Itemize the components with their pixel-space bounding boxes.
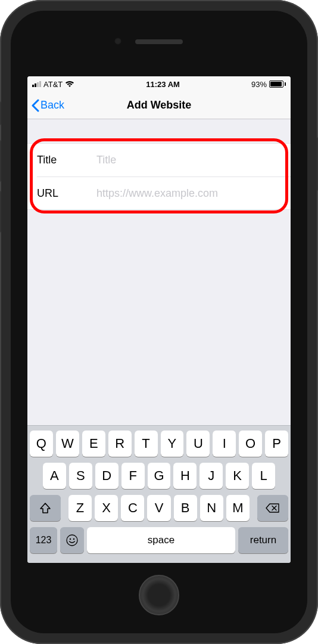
numbers-key[interactable]: 123 [30,527,57,553]
svg-point-4 [73,538,74,540]
key-n[interactable]: N [200,495,223,521]
key-y[interactable]: Y [161,431,184,457]
screen: AT&T 11:23 AM 93% [27,76,291,563]
url-label: URL [37,187,96,200]
back-button[interactable]: Back [27,99,68,112]
phone-frame: AT&T 11:23 AM 93% [0,0,318,644]
shift-key[interactable] [30,495,61,521]
clock: 11:23 AM [146,80,180,89]
volume-down-button [0,191,1,233]
cell-signal-icon [32,81,41,87]
key-v[interactable]: V [147,495,170,521]
backspace-key[interactable] [257,495,288,521]
key-j[interactable]: J [199,463,223,489]
url-input[interactable] [96,187,281,200]
key-b[interactable]: B [174,495,197,521]
key-h[interactable]: H [173,463,197,489]
key-x[interactable]: X [95,495,118,521]
key-l[interactable]: L [252,463,275,489]
carrier-label: AT&T [43,80,63,89]
space-key[interactable]: space [87,527,235,553]
keyboard: QWERTYUIOP ASDFGHJKL ZXCVBNM 123 [27,425,291,563]
back-label: Back [40,99,64,112]
key-o[interactable]: O [239,431,262,457]
nav-bar: Back Add Website [27,92,291,119]
key-k[interactable]: K [226,463,249,489]
key-a[interactable]: A [43,463,66,489]
wifi-icon [65,80,74,88]
status-bar: AT&T 11:23 AM 93% [27,76,291,92]
key-s[interactable]: S [69,463,92,489]
key-w[interactable]: W [56,431,79,457]
title-input[interactable] [96,154,281,166]
return-key[interactable]: return [238,527,288,553]
key-d[interactable]: D [95,463,119,489]
url-row: URL [37,177,291,209]
front-camera [114,38,121,45]
svg-point-2 [67,535,77,546]
content-area: Title URL [27,119,291,425]
key-e[interactable]: E [82,431,105,457]
emoji-key[interactable] [60,527,84,553]
key-t[interactable]: T [135,431,158,457]
mute-switch [0,101,1,125]
key-f[interactable]: F [121,463,145,489]
earpiece-speaker [135,39,183,44]
svg-point-3 [70,538,71,540]
home-button[interactable] [139,575,179,615]
chevron-left-icon [31,99,39,112]
title-label: Title [37,154,96,166]
key-q[interactable]: Q [30,431,53,457]
key-i[interactable]: I [213,431,236,457]
website-form: Title URL [27,143,291,210]
key-m[interactable]: M [226,495,250,521]
key-r[interactable]: R [108,431,132,457]
key-u[interactable]: U [186,431,210,457]
key-g[interactable]: G [148,463,171,489]
key-p[interactable]: P [265,431,288,457]
title-row: Title [27,144,291,177]
key-z[interactable]: Z [68,495,92,521]
volume-up-button [0,140,1,182]
battery-percent: 93% [251,80,267,89]
battery-icon [269,80,286,88]
key-c[interactable]: C [121,495,144,521]
